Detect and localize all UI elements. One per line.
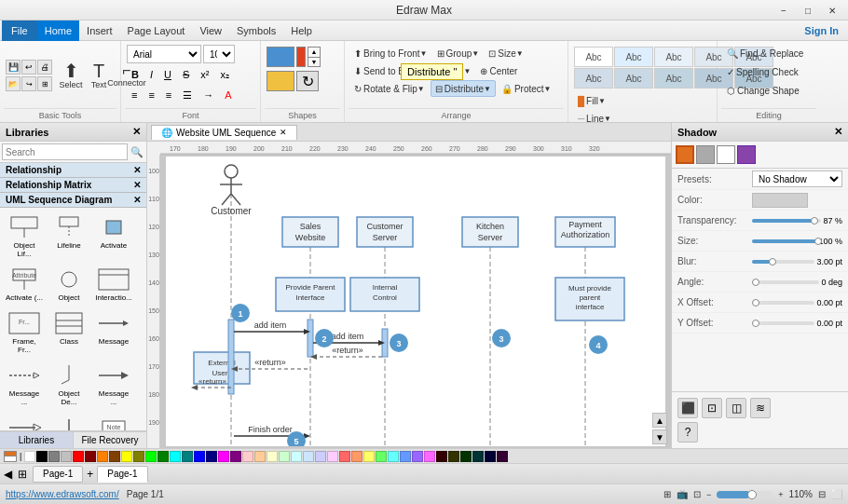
font-size-select[interactable]: 10 — [203, 45, 235, 63]
menu-home[interactable]: Home — [37, 20, 79, 41]
color-swatch-white[interactable] — [717, 145, 735, 164]
search-icon[interactable]: 🔍 — [128, 146, 146, 158]
zoom-slider[interactable] — [717, 491, 773, 498]
quick-undo[interactable]: ↩ — [21, 60, 36, 75]
menu-page-layout[interactable]: Page Layout — [120, 20, 193, 41]
color-light-purple[interactable] — [327, 451, 338, 462]
color-peach[interactable] — [254, 451, 266, 462]
text-button[interactable]: T Text — [86, 49, 112, 102]
color-light-orange[interactable] — [351, 451, 362, 462]
shape-arrows[interactable]: ▲ ▼ — [308, 47, 321, 67]
color-light-green[interactable] — [279, 451, 290, 462]
zoom-in-icon[interactable]: + — [778, 490, 783, 499]
color-yellow[interactable] — [121, 451, 132, 462]
color-teal[interactable] — [182, 451, 193, 462]
color-dark-red[interactable] — [436, 451, 447, 462]
blur-slider[interactable] — [752, 260, 814, 264]
color-olive[interactable] — [133, 451, 144, 462]
quick-extra[interactable]: ⊞ — [37, 76, 52, 91]
panel-icon-3[interactable]: ◫ — [726, 398, 746, 418]
scroll-down-button[interactable]: ▼ — [652, 429, 667, 444]
color-mint[interactable] — [376, 451, 387, 462]
select-button[interactable]: ⬆ Select — [58, 49, 84, 102]
list-item[interactable]: Message ... — [4, 360, 45, 408]
color-dark-teal[interactable] — [472, 451, 484, 462]
status-url[interactable]: https://www.edrawsoft.com/ — [6, 489, 119, 499]
search-input[interactable] — [2, 143, 128, 160]
page-expand-icon[interactable]: ◀ — [4, 468, 12, 481]
canvas-container[interactable]: 100 110 120 130 140 150 160 170 180 190 … — [147, 155, 671, 448]
fullscreen-icon[interactable]: ⬜ — [831, 489, 842, 499]
style-box-2[interactable]: Abc — [614, 47, 653, 67]
y-offset-slider[interactable] — [752, 321, 814, 325]
color-cornflower[interactable] — [400, 451, 411, 462]
list-item[interactable]: Object — [48, 264, 89, 304]
menu-help[interactable]: Help — [283, 20, 320, 41]
page-tab-1[interactable]: Page-1 — [33, 466, 83, 483]
size-button[interactable]: ⊡Size ▼ — [485, 45, 527, 61]
diagram-background[interactable]: Customer Sales Website Customer Server K… — [160, 155, 671, 448]
sidebar-section-uml[interactable]: UML Sequence Diagram ✕ — [0, 193, 146, 208]
color-light-yellow[interactable] — [267, 451, 278, 462]
underline-button[interactable]: U — [159, 65, 176, 84]
status-icon-2[interactable]: 📺 — [677, 489, 688, 499]
list-item[interactable]: Attribute Activate (... — [4, 264, 45, 304]
color-fuchsia[interactable] — [218, 451, 229, 462]
list-item[interactable]: Message ... — [48, 412, 89, 431]
color-silver[interactable] — [61, 451, 72, 462]
color-swatch-orange[interactable] — [676, 145, 694, 164]
color-dark-olive[interactable] — [448, 451, 459, 462]
menu-file[interactable]: File — [2, 20, 37, 41]
file-recovery-tab[interactable]: File Recovery — [74, 432, 146, 448]
diagram-page[interactable]: Customer Sales Website Customer Server K… — [166, 157, 665, 446]
color-sky[interactable] — [388, 451, 399, 462]
status-icon-3[interactable]: ⊡ — [693, 489, 701, 499]
shape-color-2[interactable] — [296, 47, 306, 67]
menu-insert[interactable]: Insert — [79, 20, 120, 41]
color-dark-purple[interactable] — [497, 451, 508, 462]
shape-color-3[interactable] — [267, 71, 294, 91]
status-icon-1[interactable]: ⊞ — [663, 489, 671, 499]
close-button[interactable]: ✕ — [820, 0, 844, 20]
list-item[interactable]: Fr... Frame, Fr... — [4, 307, 45, 356]
quick-redo[interactable]: ↪ — [21, 76, 36, 91]
shape-color-1[interactable] — [267, 47, 294, 67]
menu-view[interactable]: View — [192, 20, 229, 41]
align-button[interactable]: ≡Align ▼ — [431, 62, 474, 79]
connector-button[interactable]: ⌐ Connector — [114, 49, 140, 102]
distribute-button[interactable]: ⊟Distribute ▼ — [431, 80, 496, 97]
x-offset-slider[interactable] — [752, 301, 814, 305]
panel-icon-1[interactable]: ⬛ — [677, 398, 698, 418]
color-light-cyan[interactable] — [291, 451, 302, 462]
signin-button[interactable]: Sign In — [797, 25, 846, 36]
color-swatch-purple[interactable] — [737, 145, 756, 164]
color-light-blue[interactable] — [303, 451, 314, 462]
change-shape-button[interactable]: ⬡Change Shape — [723, 82, 803, 99]
libraries-tab[interactable]: Libraries — [0, 432, 74, 448]
panel-icon-4[interactable]: ≋ — [750, 398, 771, 418]
minimize-button[interactable]: − — [772, 0, 796, 20]
color-magenta[interactable] — [424, 451, 435, 462]
color-light-yellow2[interactable] — [363, 451, 375, 462]
list-item[interactable]: Message ... — [93, 360, 134, 408]
list-item[interactable]: Interactio... — [93, 264, 134, 304]
color-dark-navy[interactable] — [485, 451, 496, 462]
color-navy[interactable] — [206, 451, 217, 462]
font-color-button[interactable]: A — [220, 86, 236, 104]
superscript-button[interactable]: x² — [196, 65, 213, 84]
strikethrough-button[interactable]: S — [178, 65, 194, 84]
panel-icon-help[interactable]: ? — [677, 422, 698, 443]
panel-icon-2[interactable]: ⊡ — [702, 398, 722, 418]
shadow-panel-close-icon[interactable]: ✕ — [834, 126, 842, 138]
color-blue[interactable] — [194, 451, 205, 462]
sidebar-close-icon[interactable]: ✕ — [132, 126, 141, 138]
quick-open[interactable]: 📂 — [6, 76, 21, 91]
list-item[interactable]: Generaliz... — [4, 412, 45, 431]
color-violet[interactable] — [412, 451, 423, 462]
add-page-icon[interactable]: + — [87, 468, 93, 481]
subscript-button[interactable]: x₂ — [215, 65, 234, 84]
color-gray[interactable] — [48, 451, 60, 462]
zoom-out-icon[interactable]: − — [706, 490, 711, 499]
protect-button[interactable]: 🔒Protect ▼ — [498, 80, 555, 97]
list-item[interactable]: Class — [48, 307, 89, 356]
